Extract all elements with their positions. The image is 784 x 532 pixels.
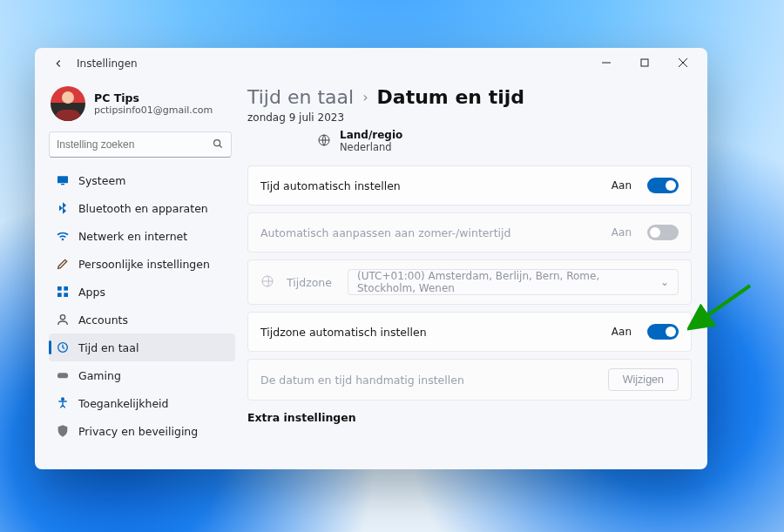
svg-point-15 — [62, 398, 64, 401]
apps-icon — [56, 285, 70, 299]
brush-icon — [56, 257, 70, 271]
svg-rect-10 — [57, 293, 62, 297]
sidebar-item-label: Privacy en beveiliging — [78, 425, 198, 438]
auto-timezone-toggle[interactable] — [647, 324, 679, 340]
sidebar-item-label: Accounts — [78, 313, 128, 327]
region-value: Nederland — [340, 141, 402, 153]
accessibility-icon — [56, 396, 70, 410]
change-button: Wijzigen — [608, 368, 679, 391]
sidebar: PC Tips pctipsinfo01@gmail.com Systeem B… — [35, 77, 242, 469]
display-icon — [56, 173, 70, 187]
sidebar-item-personalization[interactable]: Persoonlijke instellingen — [49, 250, 235, 278]
row-manual-set: De datum en tijd handmatig instellen Wij… — [247, 359, 692, 401]
row-label: Tijdzone — [287, 276, 335, 289]
row-label: De datum en tijd handmatig instellen — [260, 374, 596, 387]
svg-rect-14 — [57, 373, 68, 378]
svg-rect-1 — [641, 59, 648, 66]
sidebar-item-label: Gaming — [78, 369, 121, 382]
toggle-status: Aan — [612, 226, 632, 239]
svg-rect-6 — [57, 176, 68, 183]
svg-rect-11 — [64, 293, 68, 297]
row-label: Automatisch aanpassen aan zomer-/wintert… — [260, 226, 599, 239]
clock-globe-icon — [56, 340, 70, 354]
sidebar-item-apps[interactable]: Apps — [49, 278, 235, 306]
svg-rect-9 — [64, 286, 68, 291]
settings-window: Instellingen PC Tips pctipsinfo01@gmail.… — [35, 48, 707, 469]
profile[interactable]: PC Tips pctipsinfo01@gmail.com — [49, 83, 235, 131]
extra-settings-title: Extra instellingen — [247, 411, 692, 424]
svg-point-4 — [214, 139, 220, 145]
back-button[interactable] — [49, 54, 68, 73]
sidebar-item-network[interactable]: Netwerk en internet — [49, 222, 235, 250]
sidebar-item-label: Apps — [78, 286, 105, 299]
search-input-wrapper[interactable] — [49, 131, 232, 158]
sidebar-item-gaming[interactable]: Gaming — [49, 361, 235, 389]
row-label: Tijdzone automatisch instellen — [260, 326, 599, 339]
person-icon — [56, 313, 70, 327]
chevron-down-icon: ⌄ — [660, 276, 669, 288]
titlebar: Instellingen — [35, 48, 707, 77]
sidebar-item-bluetooth[interactable]: Bluetooth en apparaten — [49, 194, 235, 222]
svg-rect-8 — [57, 286, 62, 291]
toggle-status: Aan — [612, 179, 632, 192]
maximize-button[interactable] — [625, 50, 664, 76]
sidebar-item-label: Tijd en taal — [78, 341, 139, 354]
sidebar-item-time-language[interactable]: Tijd en taal — [49, 333, 235, 361]
row-label: Tijd automatisch instellen — [260, 179, 599, 192]
auto-time-toggle[interactable] — [647, 178, 679, 193]
page-title: Datum en tijd — [377, 86, 524, 108]
avatar — [51, 86, 85, 121]
breadcrumb: Tijd en taal › Datum en tijd — [247, 86, 692, 108]
row-auto-timezone: Tijdzone automatisch instellen Aan — [247, 312, 692, 352]
profile-email: pctipsinfo01@gmail.com — [94, 104, 213, 116]
svg-point-12 — [60, 315, 64, 320]
gamepad-icon — [56, 368, 70, 382]
svg-line-5 — [220, 145, 222, 147]
sidebar-item-label: Toegankelijkheid — [78, 397, 169, 410]
globe-icon — [317, 133, 331, 150]
row-dst: Automatisch aanpassen aan zomer-/wintert… — [247, 212, 692, 253]
svg-rect-7 — [61, 184, 64, 185]
close-button[interactable] — [664, 50, 702, 76]
sidebar-item-privacy[interactable]: Privacy en beveiliging — [49, 417, 235, 445]
globe-timezone-icon — [260, 274, 274, 291]
main-content: Tijd en taal › Datum en tijd zondag 9 ju… — [242, 77, 707, 469]
search-input[interactable] — [57, 138, 212, 151]
bluetooth-icon — [56, 201, 70, 215]
dst-toggle — [647, 225, 679, 240]
sidebar-item-label: Bluetooth en apparaten — [78, 202, 208, 215]
row-auto-time: Tijd automatisch instellen Aan — [247, 165, 692, 205]
sidebar-item-system[interactable]: Systeem — [49, 166, 235, 194]
sidebar-item-accessibility[interactable]: Toegankelijkheid — [49, 389, 235, 417]
region-label: Land/regio — [340, 129, 402, 141]
sidebar-item-accounts[interactable]: Accounts — [49, 306, 235, 333]
row-timezone: Tijdzone (UTC+01:00) Amsterdam, Berlijn,… — [247, 259, 692, 305]
shield-icon — [56, 424, 70, 438]
current-date-text: zondag 9 juli 2023 — [247, 111, 692, 124]
timezone-value: (UTC+01:00) Amsterdam, Berlijn, Bern, Ro… — [357, 270, 660, 294]
sidebar-item-label: Persoonlijke instellingen — [78, 258, 210, 271]
chevron-right-icon: › — [362, 89, 368, 105]
search-icon — [212, 137, 224, 153]
profile-name: PC Tips — [94, 91, 213, 104]
toggle-status: Aan — [612, 326, 632, 338]
svg-line-18 — [703, 286, 750, 319]
breadcrumb-parent[interactable]: Tijd en taal — [247, 86, 354, 108]
window-title: Instellingen — [77, 57, 138, 70]
sidebar-item-label: Netwerk en internet — [78, 230, 187, 243]
wifi-icon — [56, 229, 70, 243]
timezone-select: (UTC+01:00) Amsterdam, Berlijn, Bern, Ro… — [348, 269, 679, 295]
minimize-button[interactable] — [587, 50, 625, 76]
sidebar-item-label: Systeem — [78, 174, 125, 187]
